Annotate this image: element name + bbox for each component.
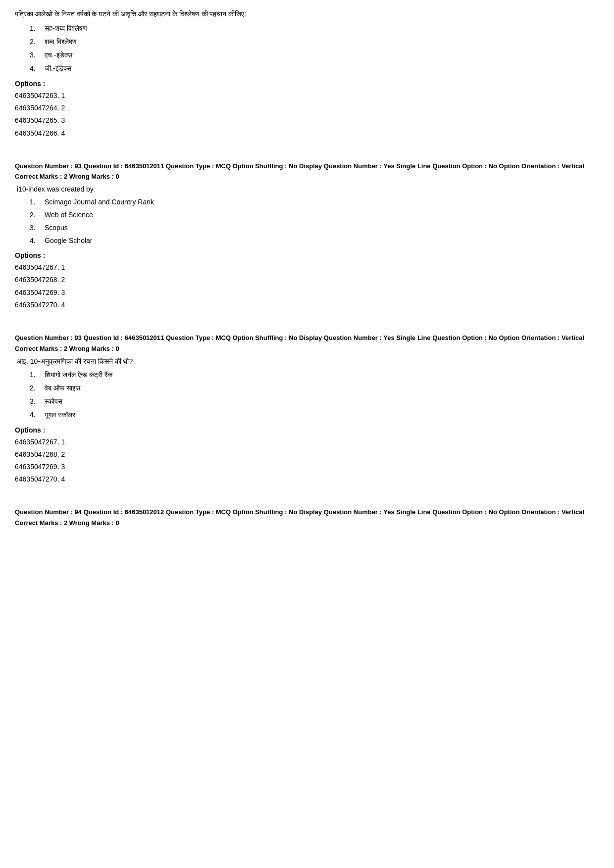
q93a-option-3: 3. Scopus xyxy=(30,224,599,232)
q93b-options-list: 1. शिमागो जर्नल ऐन्ड कंट्री रैंक 2. वेब … xyxy=(30,371,599,419)
q92-option-4: 4. जी.-इंडेक्स xyxy=(30,64,599,73)
q93a-question-text: i10-index was created by xyxy=(15,185,599,193)
q93a-marks: Correct Marks : 2 Wrong Marks : 0 xyxy=(15,173,599,180)
q92-options-label: Options : xyxy=(15,80,599,88)
q93b-option-1: 1. शिमागो जर्नल ऐन्ड कंट्री रैंक xyxy=(30,371,599,379)
q93b-option-2: 2. वेब ऑफ साइंस xyxy=(30,384,599,392)
q92-codes: 64635047263. 1 64635047264. 2 6463504726… xyxy=(15,90,599,140)
q93a-options-label: Options : xyxy=(15,251,599,259)
q94-header: Question Number : 94 Question Id : 64635… xyxy=(15,507,599,517)
q93b-options-label: Options : xyxy=(15,426,599,434)
q92-option-1: 1. सह-शब्द विश्लेषण xyxy=(30,24,599,33)
q93b-header: Question Number : 93 Question Id : 64635… xyxy=(15,333,599,343)
q92-option-3: 3. एच.-इंडेक्स xyxy=(30,51,599,59)
q93b-option-3: 3. स्कोपस xyxy=(30,397,599,406)
q93a-header: Question Number : 93 Question Id : 64635… xyxy=(15,161,599,171)
q93a-option-4: 4. Google Scholar xyxy=(30,237,599,244)
q93b-option-4: 4. गूगल स्कॉलर xyxy=(30,411,599,419)
q93b-marks: Correct Marks : 2 Wrong Marks : 0 xyxy=(15,345,599,352)
q92-option-2: 2. शब्द विश्लेषण xyxy=(30,38,599,46)
q93a-option-2: 2. Web of Science xyxy=(30,211,599,219)
intro-text: पत्रिका आलेखों के नियत वर्षकों के घटने क… xyxy=(15,10,599,18)
q93b-question-text: आइ. 10-अनुक्रमणिका की रचना किसने की थी? xyxy=(15,357,599,366)
q94-marks: Correct Marks : 2 Wrong Marks : 0 xyxy=(15,519,599,527)
q93b-codes: 64635047267. 1 64635047268. 2 6463504726… xyxy=(15,436,599,486)
q92-options-list: 1. सह-शब्द विश्लेषण 2. शब्द विश्लेषण 3. … xyxy=(30,24,599,73)
q93a-option-1: 1. Scimago Journal and Country Rank xyxy=(30,198,599,206)
q93a-codes: 64635047267. 1 64635047268. 2 6463504726… xyxy=(15,261,599,311)
q93a-options-list: 1. Scimago Journal and Country Rank 2. W… xyxy=(30,198,599,244)
